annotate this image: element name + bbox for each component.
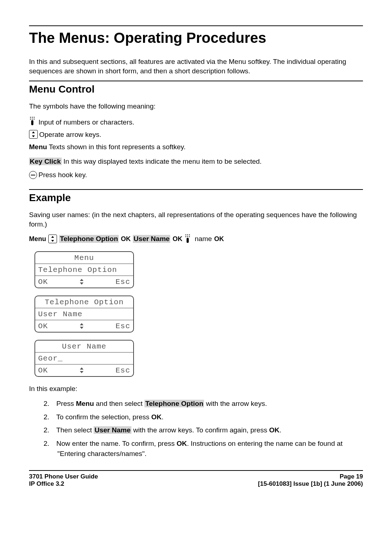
lcd-screen-3: User Name Geor_ OK Esc (34, 340, 134, 377)
symbol-keypad-text: Input of numbers or characters. (38, 118, 134, 126)
lcd-screen-2: Telephone Option User Name OK Esc (34, 296, 134, 333)
keypad-icon (184, 234, 192, 244)
svg-point-4 (32, 119, 33, 120)
arrow-keys-icon (29, 130, 38, 139)
page-footer: 3701 Phone User Guide IP Office 3.2 Page… (29, 470, 363, 488)
svg-point-12 (189, 236, 190, 237)
symbol-keypad-line: Input of numbers or characters. (29, 116, 363, 126)
symbol-hook-line: Press hook key. (29, 171, 363, 179)
svg-point-7 (185, 235, 187, 236)
footer-page-number: Page 19 (258, 473, 363, 480)
keyclick-label: Key Click (29, 158, 62, 165)
svg-point-10 (185, 236, 187, 237)
footer-product: IP Office 3.2 (29, 480, 98, 488)
lcd-esc: Esc (115, 278, 130, 286)
in-this-example-label: In this example: (29, 384, 363, 394)
svg-point-0 (30, 117, 31, 118)
lcd-ok: OK (38, 278, 48, 286)
svg-point-2 (34, 117, 35, 118)
footer-issue: [15-601083] Issue [1b] (1 June 2006) (258, 480, 363, 488)
softkey-menu-text: Texts shown in this font represents a so… (47, 143, 186, 151)
lcd-line: Telephone Option (38, 266, 117, 274)
updown-icon (80, 323, 83, 329)
list-item: 2. Now enter the name. To confirm, press… (54, 439, 363, 459)
lcd-esc: Esc (115, 366, 130, 375)
lcd-title: Telephone Option (45, 298, 124, 306)
lcd-title: User Name (62, 342, 106, 351)
symbol-menu-line: Menu Texts shown in this font represents… (29, 142, 363, 152)
svg-point-1 (32, 117, 33, 118)
symbol-arrows-line: Operate arrow keys. (29, 130, 363, 139)
updown-icon (80, 279, 83, 285)
example-heading: Example (29, 189, 363, 204)
seq-user-name: User Name (133, 235, 170, 243)
svg-point-11 (187, 236, 188, 237)
lcd-line: User Name (38, 310, 82, 318)
lcd-esc: Esc (115, 322, 130, 330)
lcd-ok: OK (38, 322, 48, 330)
symbol-keyclick-line: Key Click In this way displayed texts in… (29, 157, 363, 166)
list-item: 2. Press Menu and then select Telephone … (54, 399, 363, 409)
arrow-keys-icon (48, 235, 57, 243)
seq-ok: OK (172, 235, 182, 243)
softkey-menu-label: Menu (29, 143, 47, 151)
intro-paragraph: In this and subsequent sections, all fea… (29, 57, 363, 76)
symbol-arrows-text: Operate arrow keys. (39, 131, 101, 139)
symbol-hook-text: Press hook key. (38, 171, 87, 179)
menu-control-heading: Menu Control (29, 81, 363, 95)
footer-guide-name: 3701 Phone User Guide (29, 473, 98, 480)
svg-point-5 (34, 119, 35, 120)
svg-point-3 (30, 119, 31, 120)
list-item: 2. To confirm the selection, press OK. (54, 412, 363, 423)
hook-icon (29, 171, 37, 179)
seq-menu: Menu (29, 235, 46, 243)
seq-ok: OK (214, 235, 224, 243)
svg-point-9 (189, 235, 190, 236)
lcd-screen-1: Menu Telephone Option OK Esc (34, 251, 134, 288)
lcd-line: Geor_ (38, 354, 63, 363)
seq-name-text: name (195, 235, 212, 243)
svg-rect-13 (187, 238, 189, 243)
lcd-title: Menu (74, 254, 94, 262)
example-lead: Saving user names: (in the next chapters… (29, 210, 363, 229)
menu-control-lead: The symbols have the following meaning: (29, 102, 363, 111)
svg-point-8 (187, 235, 188, 236)
updown-icon (80, 367, 83, 373)
svg-rect-6 (31, 120, 33, 125)
lcd-ok: OK (38, 366, 48, 375)
seq-ok: OK (121, 235, 131, 243)
keyclick-text: In this way displayed texts indicate the… (62, 158, 262, 165)
seq-telephone-option: Telephone Option (59, 235, 119, 243)
list-item: 2. Then select User Name with the arrow … (54, 425, 363, 436)
operating-sequence: Menu Telephone Option OK User Name OK na… (29, 234, 363, 244)
page-title: The Menus: Operating Procedures (29, 25, 363, 46)
keypad-icon (29, 116, 37, 126)
example-steps: 2. Press Menu and then select Telephone … (29, 399, 363, 459)
